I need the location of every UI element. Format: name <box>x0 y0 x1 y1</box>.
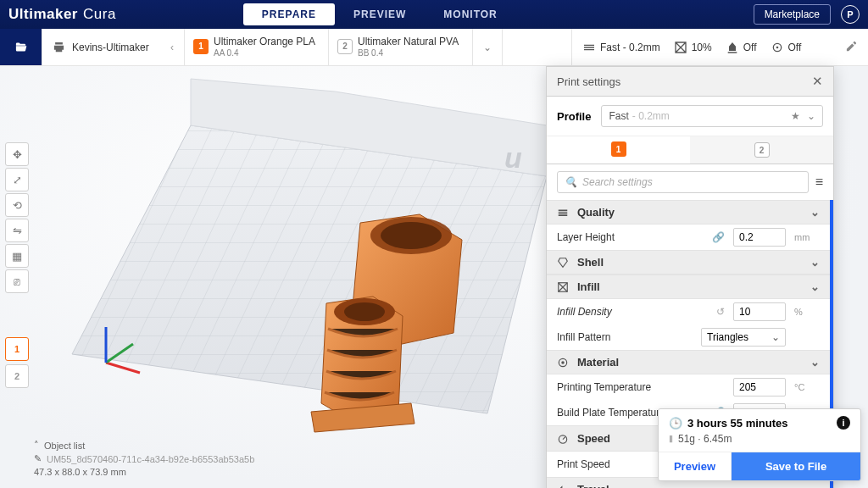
search-icon: 🔍 <box>565 176 577 188</box>
panel-close-button[interactable]: ✕ <box>812 74 823 89</box>
layer-height-unit: mm <box>791 232 820 242</box>
preview-button[interactable]: Preview <box>659 452 732 480</box>
extruder-1-selector[interactable]: 1 Ultimaker Orange PLA AA 0.4 <box>185 29 329 65</box>
estimate-time-row: 🕒 3 hours 55 minutes i <box>669 416 850 430</box>
summary-infill: 10% <box>692 42 712 53</box>
extruder-tab-1[interactable]: 1 <box>547 136 690 164</box>
extruder-2-button[interactable]: 2 <box>5 364 29 388</box>
svg-line-6 <box>106 363 140 373</box>
scale-tool[interactable]: ⤢ <box>5 168 29 191</box>
setting-print-temp: Printing Temperature °C <box>547 374 830 400</box>
settings-search[interactable]: 🔍 Search settings <box>557 171 809 193</box>
infill-density-unit: % <box>791 307 820 317</box>
extruder-1-button[interactable]: 1 <box>5 337 29 361</box>
panel-header: Print settings ✕ <box>547 67 833 97</box>
clock-icon: 🕒 <box>669 417 682 430</box>
object-list-toggle[interactable]: ˄Object list <box>34 440 254 451</box>
marketplace-button[interactable]: Marketplace <box>754 4 831 25</box>
stage-tabs: PREPARE PREVIEW MONITOR <box>243 3 516 25</box>
summary-profile: Fast - 0.2mm <box>600 42 660 53</box>
layers-icon <box>582 41 596 54</box>
extruder-buttons: 1 2 <box>5 337 29 388</box>
chevron-up-icon: ˄ <box>34 440 39 451</box>
chevron-down-icon: ⌄ <box>810 483 820 488</box>
profile-detail: - 0.2mm <box>632 110 670 122</box>
adhesion-icon <box>771 41 784 54</box>
main-area: u <box>0 66 868 488</box>
support-icon <box>726 41 739 54</box>
edit-settings-icon[interactable] <box>845 40 858 55</box>
move-tool[interactable]: ✥ <box>5 142 29 166</box>
object-list: ˄Object list ✎UM55_8d570460-711c-4a34-b9… <box>34 440 254 480</box>
mesh-tool[interactable]: ▦ <box>5 244 29 268</box>
setting-infill-density: Infill Density ↺ % <box>547 299 830 324</box>
transform-tools: ✥ ⤢ ⟲ ⇋ ▦ ⎚ <box>5 142 29 293</box>
account-avatar[interactable]: P <box>841 5 860 24</box>
infill-icon <box>674 41 687 54</box>
extruder-expand[interactable]: ⌄ <box>473 29 503 65</box>
category-quality[interactable]: Quality⌄ <box>547 200 830 225</box>
shell-icon <box>557 257 569 269</box>
svg-marker-15 <box>311 403 415 432</box>
tab-monitor[interactable]: MONITOR <box>425 3 515 25</box>
chevron-down-icon: ⌄ <box>810 256 820 269</box>
search-placeholder: Search settings <box>582 176 653 188</box>
category-infill[interactable]: Infill⌄ <box>547 274 830 299</box>
profile-label: Profile <box>557 110 591 123</box>
layer-height-input[interactable] <box>733 228 786 247</box>
support-blocker-tool[interactable]: ⎚ <box>5 269 29 293</box>
revert-icon[interactable]: ↺ <box>716 306 725 318</box>
setting-layer-height: Layer Height 🔗 mm <box>547 225 830 250</box>
tab-prepare[interactable]: PREPARE <box>243 3 335 25</box>
chevron-left-icon: ‹ <box>170 42 174 53</box>
print-settings-summary[interactable]: Fast - 0.2mm 10% Off Off <box>571 29 868 65</box>
category-material[interactable]: Material⌄ <box>547 350 830 374</box>
star-icon: ★ <box>791 110 800 122</box>
brand-strong: Ultimaker <box>8 6 78 23</box>
slice-result-card: 🕒 3 hours 55 minutes i ⦀ 51g · 6.45m Pre… <box>658 408 861 481</box>
extruder-2-selector[interactable]: 2 Ultimaker Natural PVA BB 0.4 <box>329 29 473 65</box>
object-filename: UM55_8d570460-711c-4a34-b92e-b6553ab53a5… <box>47 454 254 464</box>
object-list-item[interactable]: ✎UM55_8d570460-711c-4a34-b92e-b6553ab53a… <box>34 453 254 464</box>
svg-point-14 <box>344 302 385 321</box>
infill-pattern-label: Infill Pattern <box>557 331 696 343</box>
summary-support: Off <box>743 42 757 53</box>
object-dimensions: 47.3 x 88.0 x 73.9 mm <box>34 467 254 477</box>
printer-icon <box>53 41 65 53</box>
tab-preview[interactable]: PREVIEW <box>335 3 425 25</box>
extruder-2-core: BB 0.4 <box>358 48 383 58</box>
svg-text:u: u <box>504 141 522 174</box>
svg-marker-3 <box>72 125 547 413</box>
summary-adhesion: Off <box>788 42 802 53</box>
extruder-tab-2[interactable]: 2 <box>690 136 833 164</box>
printer-name: Kevins-Ultimaker <box>72 42 149 53</box>
estimate-time: 3 hours 55 minutes <box>687 417 787 430</box>
print-temp-input[interactable] <box>733 378 786 396</box>
infill-density-input[interactable] <box>733 302 786 321</box>
extruder-2-material: Ultimaker Natural PVA <box>358 36 459 47</box>
print-temp-unit: °C <box>791 382 820 392</box>
category-shell[interactable]: Shell⌄ <box>547 250 830 274</box>
chevron-down-icon: ⌄ <box>810 356 820 369</box>
profile-row: Profile Fast - 0.2mm ★⌄ <box>547 97 833 136</box>
layer-height-label: Layer Height <box>557 231 707 243</box>
svg-point-18 <box>561 361 565 364</box>
estimate-info-button[interactable]: i <box>837 416 850 430</box>
open-file-button[interactable] <box>0 29 42 65</box>
panel-title: Print settings <box>557 75 620 88</box>
profile-name: Fast <box>609 110 628 122</box>
mirror-tool[interactable]: ⇋ <box>5 219 29 242</box>
infill-pattern-select[interactable]: Triangles⌄ <box>701 328 786 347</box>
estimate-material-row: ⦀ 51g · 6.45m <box>669 433 850 445</box>
printer-selector[interactable]: Kevins-Ultimaker ‹ <box>42 29 185 65</box>
extruder-1-badge: 1 <box>193 39 209 54</box>
profile-selector[interactable]: Fast - 0.2mm ★⌄ <box>601 105 823 127</box>
save-to-file-button[interactable]: Save to File <box>732 452 860 480</box>
link-icon[interactable]: 🔗 <box>712 231 725 243</box>
extruder-2-badge-icon: 2 <box>754 142 770 158</box>
settings-visibility-menu[interactable]: ≡ <box>815 175 823 190</box>
travel-icon <box>557 484 569 489</box>
rotate-tool[interactable]: ⟲ <box>5 193 29 217</box>
infill-icon <box>557 281 569 293</box>
speed-icon <box>557 433 569 445</box>
